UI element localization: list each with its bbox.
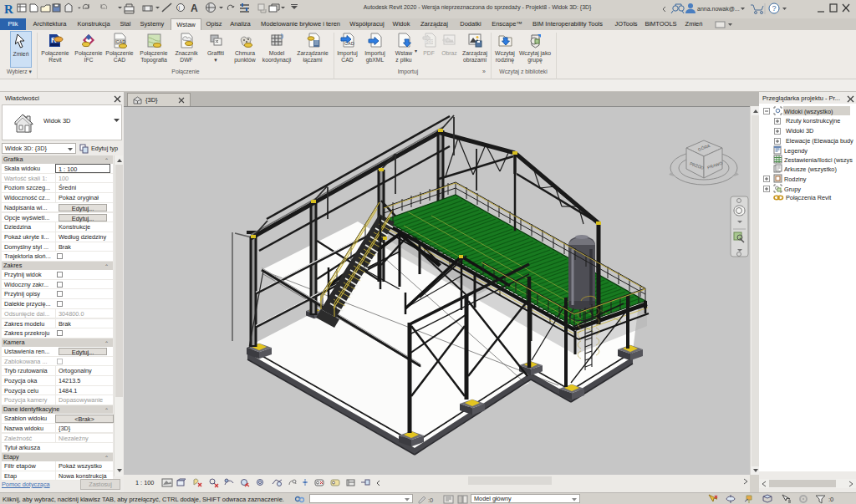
svg-text:CAD: CAD xyxy=(115,39,125,44)
svg-text:R: R xyxy=(4,3,13,16)
svg-text:CAD: CAD xyxy=(344,41,354,46)
svg-text::0: :0 xyxy=(828,496,833,503)
svg-text::0: :0 xyxy=(428,496,433,504)
svg-text:PDF: PDF xyxy=(425,39,433,44)
